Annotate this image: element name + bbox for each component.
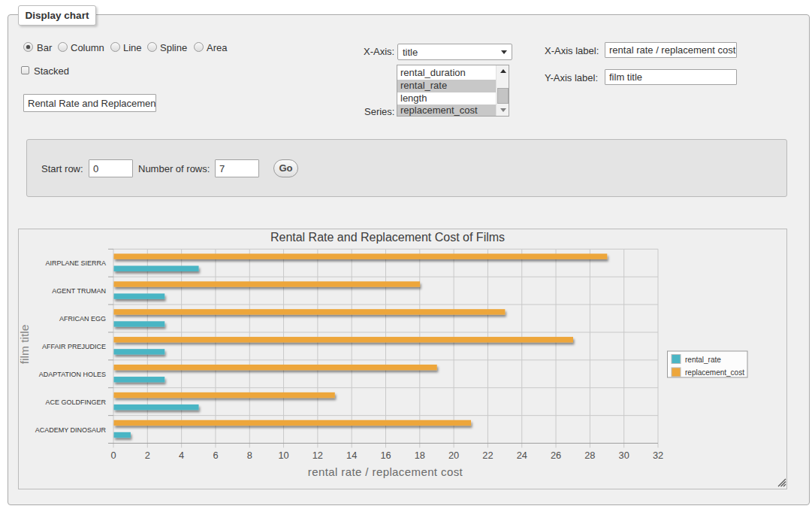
svg-text:Rental Rate and Replacement Co: Rental Rate and Replacement Cost of Film… [270,231,505,244]
svg-text:ACADEMY DINOSAUR: ACADEMY DINOSAUR [35,426,107,434]
svg-text:28: 28 [584,450,595,461]
svg-text:AIRPLANE SIERRA: AIRPLANE SIERRA [45,259,106,267]
svg-text:20: 20 [448,450,459,461]
svg-text:10: 10 [278,450,288,461]
svg-text:6: 6 [213,450,218,461]
svg-text:AGENT TRUMAN: AGENT TRUMAN [52,287,106,295]
svg-text:AFFAIR PREJUDICE: AFFAIR PREJUDICE [42,343,106,350]
svg-text:18: 18 [415,450,425,461]
svg-text:replacement_cost: replacement_cost [685,368,744,377]
svg-text:rental rate / replacement cost: rental rate / replacement cost [308,465,463,478]
svg-text:32: 32 [653,450,663,461]
svg-text:30: 30 [619,450,629,461]
svg-text:8: 8 [247,450,252,461]
svg-text:film title: film title [19,325,31,365]
svg-text:ADAPTATION HOLES: ADAPTATION HOLES [39,371,106,378]
svg-text:22: 22 [482,450,493,461]
svg-text:2: 2 [145,450,150,461]
svg-text:ACE GOLDFINGER: ACE GOLDFINGER [45,398,106,406]
svg-text:rental_rate: rental_rate [685,356,721,364]
svg-text:4: 4 [179,450,184,461]
svg-text:16: 16 [380,450,391,461]
svg-text:0: 0 [110,450,116,461]
svg-text:AFRICAN EGG: AFRICAN EGG [59,315,106,323]
svg-text:12: 12 [312,450,323,461]
svg-text:14: 14 [346,450,357,461]
svg-text:26: 26 [551,450,561,461]
svg-text:24: 24 [517,450,527,461]
